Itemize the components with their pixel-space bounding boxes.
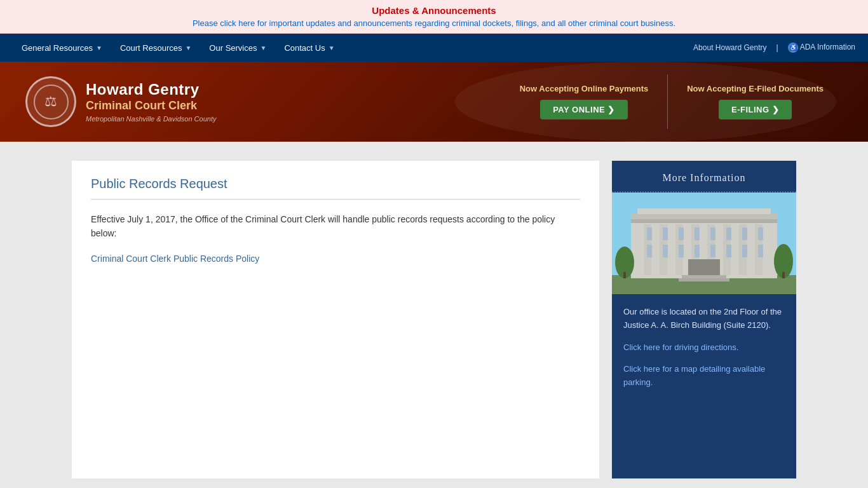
- sidebar-building-image: [612, 193, 796, 294]
- accessibility-icon: ♿: [788, 43, 798, 53]
- page-title: Public Records Request: [91, 177, 580, 200]
- svg-rect-17: [726, 227, 731, 240]
- svg-rect-24: [710, 245, 715, 257]
- nav-item-general-resources[interactable]: General Resources ▼: [13, 34, 111, 62]
- nav-item-court-resources[interactable]: Court Resources ▼: [111, 34, 200, 62]
- parking-map-link[interactable]: Click here for a map detailing available…: [623, 364, 765, 387]
- sidebar: More Information: [612, 161, 796, 478]
- hero-actions: Now Accepting Online Payments PAY ONLINE…: [501, 74, 843, 129]
- pay-online-block: Now Accepting Online Payments PAY ONLINE…: [501, 74, 668, 129]
- navbar: General Resources ▼ Court Resources ▼ Ou…: [0, 34, 868, 62]
- svg-rect-25: [726, 245, 731, 257]
- svg-rect-13: [663, 227, 668, 240]
- policy-link[interactable]: Criminal Court Clerk Public Records Poli…: [91, 254, 259, 264]
- svg-rect-29: [682, 275, 726, 278]
- svg-rect-23: [695, 245, 700, 257]
- nav-item-our-services[interactable]: Our Services ▼: [200, 34, 275, 62]
- svg-rect-16: [710, 227, 715, 240]
- svg-rect-14: [679, 227, 684, 240]
- logo-subtitle: Metropolitan Nashville & Davidson County: [86, 115, 216, 123]
- hero-banner: ⚖ Howard Gentry Criminal Court Clerk Met…: [0, 62, 868, 142]
- logo-title: Criminal Court Clerk: [86, 99, 216, 113]
- separator: |: [776, 43, 778, 52]
- announcement-link[interactable]: Please click here for important updates …: [193, 18, 675, 28]
- main-content: Public Records Request Effective July 1,…: [59, 161, 809, 478]
- content-area: Public Records Request Effective July 1,…: [72, 161, 599, 478]
- ada-link[interactable]: ♿ADA Information: [788, 43, 855, 53]
- svg-rect-30: [679, 278, 729, 281]
- logo-emblem: ⚖: [34, 85, 69, 119]
- sidebar-header: More Information: [612, 161, 796, 193]
- nav-label-court-resources: Court Resources: [120, 43, 182, 53]
- announcement-title: Updates & Announcements: [13, 5, 855, 16]
- svg-rect-21: [663, 245, 668, 257]
- svg-rect-36: [782, 272, 785, 278]
- sidebar-body: Our office is located on the 2nd Floor o…: [612, 294, 796, 410]
- nav-label-contact-us: Contact Us: [284, 43, 325, 53]
- svg-rect-20: [647, 245, 652, 257]
- navbar-left: General Resources ▼ Court Resources ▼ Ou…: [13, 34, 344, 62]
- chevron-down-icon: ▼: [96, 44, 102, 51]
- logo-circle: ⚖: [25, 76, 76, 127]
- chevron-down-icon: ▼: [185, 44, 191, 51]
- ada-label: ADA Information: [800, 43, 855, 51]
- navbar-right: About Howard Gentry | ♿ADA Information: [693, 43, 855, 53]
- chevron-down-icon: ▼: [329, 44, 335, 51]
- about-link[interactable]: About Howard Gentry: [693, 43, 766, 52]
- svg-rect-27: [758, 245, 763, 257]
- efiling-button[interactable]: E-FILING ❯: [719, 100, 792, 119]
- svg-rect-18: [742, 227, 747, 240]
- hero-logo: ⚖ Howard Gentry Criminal Court Clerk Met…: [25, 76, 216, 127]
- driving-directions-link[interactable]: Click here for driving directions.: [623, 342, 738, 352]
- pay-online-label: Now Accepting Online Payments: [520, 84, 649, 93]
- logo-text-block: Howard Gentry Criminal Court Clerk Metro…: [86, 81, 216, 122]
- announcement-bar: Updates & Announcements Please click her…: [0, 0, 868, 34]
- chevron-down-icon: ▼: [261, 44, 267, 51]
- svg-rect-26: [742, 245, 747, 257]
- svg-rect-34: [623, 272, 626, 278]
- logo-name: Howard Gentry: [86, 81, 216, 99]
- pay-online-button[interactable]: PAY ONLINE ❯: [540, 100, 628, 119]
- svg-rect-32: [637, 208, 771, 214]
- svg-rect-15: [695, 227, 700, 240]
- svg-rect-19: [758, 227, 763, 240]
- nav-label-general-resources: General Resources: [22, 43, 93, 53]
- nav-item-contact-us[interactable]: Contact Us ▼: [275, 34, 343, 62]
- sidebar-office-location: Our office is located on the 2nd Floor o…: [623, 306, 785, 332]
- nav-label-our-services: Our Services: [209, 43, 257, 53]
- efiling-label: Now Accepting E-Filed Documents: [687, 84, 824, 93]
- svg-rect-12: [647, 227, 652, 240]
- svg-rect-22: [679, 245, 684, 257]
- efiling-block: Now Accepting E-Filed Documents E-FILING…: [667, 74, 843, 129]
- content-text: Effective July 1, 2017, the Office of th…: [91, 212, 580, 241]
